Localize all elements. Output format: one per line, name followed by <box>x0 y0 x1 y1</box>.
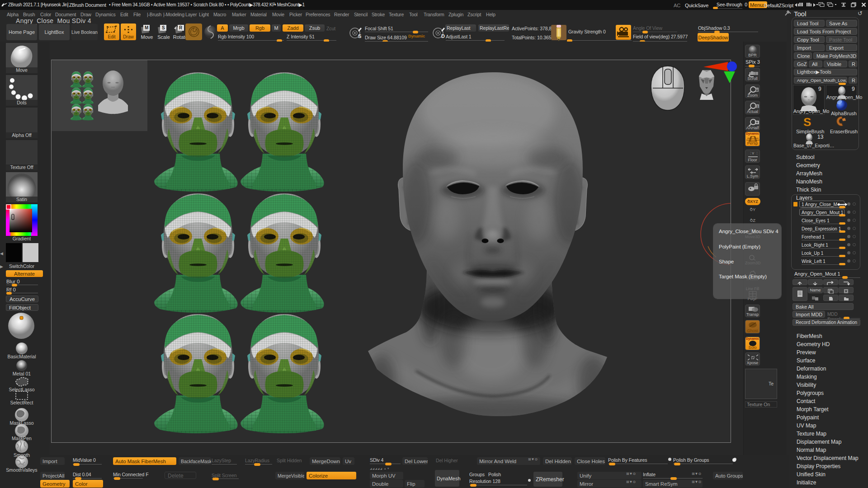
svg-text:D: D <box>441 33 445 39</box>
svg-text:S: S <box>358 33 361 39</box>
svg-text::1: :1 <box>756 105 759 108</box>
svg-text:M: M <box>145 25 148 30</box>
svg-text:R: R <box>179 25 183 30</box>
svg-text:Y: Y <box>752 151 755 155</box>
svg-text:S: S <box>162 25 165 30</box>
svg-text:⋮: ⋮ <box>755 151 759 155</box>
svg-text:S: S <box>803 116 811 128</box>
